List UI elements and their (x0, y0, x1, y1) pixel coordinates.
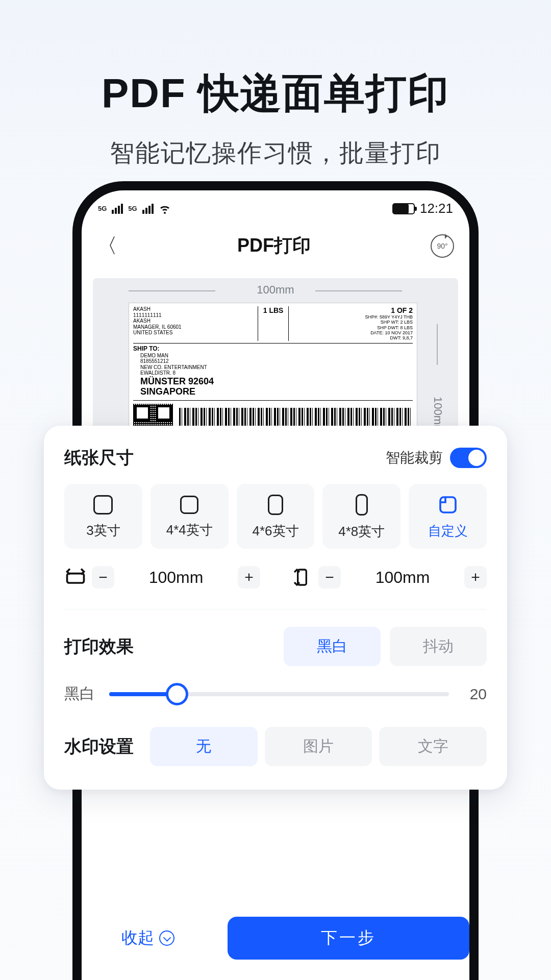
clock: 12:21 (420, 201, 453, 216)
size-option-4x4[interactable]: 4*4英寸 (151, 484, 229, 549)
width-icon (64, 567, 87, 587)
watermark-image-button[interactable]: 图片 (265, 727, 372, 766)
height-plus-button[interactable]: + (464, 566, 487, 589)
ruler-width: 100mm (93, 278, 458, 300)
threshold-slider[interactable] (109, 692, 449, 696)
width-plus-button[interactable]: + (238, 566, 260, 589)
navbar: 〈 PDF打印 90° (82, 220, 469, 271)
signal-icon-2 (142, 204, 154, 214)
size-option-4x6[interactable]: 4*6英寸 (237, 484, 315, 549)
smart-crop-toggle[interactable] (450, 448, 487, 468)
width-value[interactable]: 100mm (119, 568, 233, 587)
effect-dither-button[interactable]: 抖动 (390, 627, 487, 666)
size-option-custom[interactable]: 自定义 (409, 484, 487, 549)
divider (64, 609, 487, 609)
watermark-title: 水印设置 (64, 735, 134, 758)
page-title: PDF打印 (237, 233, 311, 258)
hero-subtitle: 智能记忆操作习惯，批量打印 (0, 137, 551, 169)
collapse-button[interactable]: 收起 (82, 918, 214, 959)
rect-tall-icon (356, 494, 368, 516)
height-value[interactable]: 100mm (346, 568, 459, 587)
width-minus-button[interactable]: − (92, 566, 114, 589)
custom-size-icon (438, 495, 458, 515)
chevron-down-icon (159, 930, 174, 946)
watermark-text-button[interactable]: 文字 (379, 727, 487, 766)
wifi-icon (159, 203, 171, 215)
size-option-3in[interactable]: 3英寸 (64, 484, 142, 549)
rotate-button[interactable]: 90° (431, 234, 454, 258)
back-button[interactable]: 〈 (97, 232, 117, 260)
threshold-value: 20 (463, 685, 487, 703)
status-bar: 5G 5G 12:21 (82, 190, 469, 220)
rect-portrait-icon (268, 495, 283, 515)
hero: PDF 快递面单打印 智能记忆操作习惯，批量打印 (0, 0, 551, 169)
svg-rect-1 (67, 574, 84, 583)
hero-title: PDF 快递面单打印 (0, 66, 551, 121)
square-icon (93, 495, 113, 514)
paper-size-title: 纸张尺寸 (64, 446, 134, 470)
action-bar: 收起 下一步 (82, 917, 469, 960)
next-button[interactable]: 下一步 (228, 917, 469, 960)
watermark-none-button[interactable]: 无 (150, 727, 258, 766)
svg-rect-0 (440, 497, 456, 512)
smart-crop-label: 智能裁剪 (386, 448, 443, 468)
height-icon (291, 567, 313, 587)
size-option-4x8[interactable]: 4*8英寸 (322, 484, 400, 549)
signal-icon (112, 204, 123, 214)
square-icon (180, 496, 198, 514)
settings-panel: 纸张尺寸 智能裁剪 3英寸 4*4英寸 4*6英寸 4*8英寸 自定义 (44, 426, 507, 790)
effect-title: 打印效果 (64, 635, 134, 658)
network-label: 5G (98, 205, 107, 212)
slider-thumb[interactable] (166, 683, 188, 705)
height-control: − 100mm + (291, 566, 487, 589)
width-control: − 100mm + (64, 566, 260, 589)
height-minus-button[interactable]: − (318, 566, 341, 589)
battery-icon (392, 203, 415, 214)
threshold-label: 黑白 (64, 683, 95, 704)
effect-bw-button[interactable]: 黑白 (284, 627, 381, 666)
network-label-2: 5G (128, 205, 137, 212)
